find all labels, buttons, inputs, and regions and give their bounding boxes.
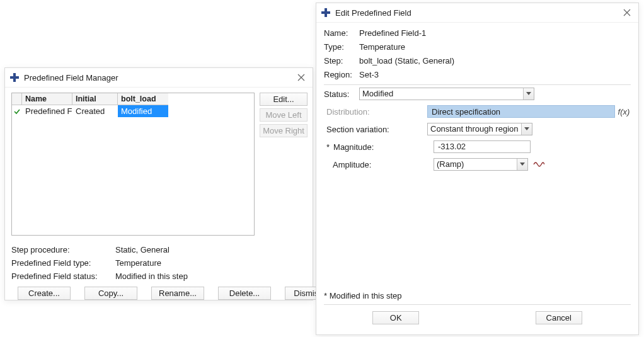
- predefined-field-manager-dialog: Predefined Field Manager Name Initial bo…: [4, 67, 313, 300]
- distribution-label: Distribution:: [324, 107, 427, 117]
- step-procedure-label: Step procedure:: [11, 243, 115, 256]
- move-right-button: Move Right: [260, 124, 308, 137]
- field-type-value: Temperature: [115, 256, 161, 270]
- cancel-button[interactable]: Cancel: [536, 311, 582, 324]
- svg-rect-3: [325, 8, 327, 17]
- chevron-down-icon: [521, 123, 532, 135]
- amplitude-combo[interactable]: (Ramp): [434, 158, 528, 171]
- name-label: Name:: [324, 26, 359, 40]
- field-status-value: Modified in this step: [115, 270, 188, 283]
- svg-rect-1: [13, 73, 16, 82]
- table-header-name[interactable]: Name: [22, 93, 72, 105]
- manager-side-buttons: Edit... Move Left Move Right: [260, 93, 306, 236]
- region-value: Set-3: [359, 68, 379, 82]
- close-icon: [623, 9, 631, 16]
- manager-footer: Create... Copy... Rename... Delete... Di…: [5, 283, 313, 306]
- field-status-label: Predefined Field status:: [11, 270, 115, 283]
- ok-button[interactable]: OK: [372, 311, 419, 324]
- editor-close-button[interactable]: [621, 6, 633, 19]
- name-value: Predefined Field-1: [359, 26, 426, 40]
- step-label: Step:: [324, 54, 359, 68]
- table-header-tick: [12, 93, 22, 105]
- region-label: Region:: [324, 68, 359, 82]
- delete-button[interactable]: Delete...: [218, 287, 271, 300]
- editor-title: Edit Predefined Field: [335, 8, 621, 18]
- status-value: Modified: [360, 88, 523, 100]
- fields-table[interactable]: Name Initial bolt_load Predefined Fi Cre…: [11, 93, 255, 236]
- row-active-check: [12, 105, 22, 117]
- abaqus-icon: [321, 8, 330, 17]
- amplitude-curve-icon[interactable]: [533, 160, 547, 169]
- magnitude-input[interactable]: -313.02: [434, 140, 531, 153]
- close-icon: [297, 74, 305, 81]
- fx-icon[interactable]: f(x): [617, 107, 631, 117]
- amplitude-value: (Ramp): [434, 159, 517, 170]
- row-initial: Created: [72, 105, 118, 117]
- type-label: Type:: [324, 40, 359, 54]
- copy-button[interactable]: Copy...: [84, 287, 137, 300]
- status-label: Status:: [324, 89, 355, 99]
- create-button[interactable]: Create...: [18, 287, 71, 300]
- section-variation-combo[interactable]: Constant through region: [427, 123, 532, 135]
- table-header-bolt-load[interactable]: bolt_load: [118, 93, 168, 105]
- edit-predefined-field-dialog: Edit Predefined Field Name:Predefined Fi…: [316, 3, 639, 335]
- table-row[interactable]: Predefined Fi Created Modified: [12, 105, 254, 117]
- rename-button[interactable]: Rename...: [151, 287, 204, 300]
- row-bolt-load: Modified: [118, 105, 168, 117]
- type-value: Temperature: [359, 40, 405, 54]
- manager-titlebar[interactable]: Predefined Field Manager: [5, 68, 313, 88]
- table-header-row: Name Initial bolt_load: [12, 93, 254, 105]
- field-type-label: Predefined Field type:: [11, 256, 115, 270]
- row-name: Predefined Fi: [22, 105, 72, 117]
- manager-info: Step procedure: Static, General Predefin…: [5, 242, 313, 283]
- abaqus-icon: [10, 73, 19, 82]
- modified-note: * Modified in this step: [324, 288, 631, 305]
- chevron-down-icon: [517, 159, 527, 170]
- edit-button[interactable]: Edit...: [260, 93, 308, 106]
- chevron-down-icon: [523, 88, 534, 100]
- step-value: bolt_load (Static, General): [359, 54, 454, 68]
- manager-title: Predefined Field Manager: [24, 73, 295, 83]
- section-variation-value: Constant through region: [428, 123, 521, 135]
- amplitude-label: Amplitude:: [324, 160, 434, 169]
- editor-buttons: OK Cancel: [324, 305, 631, 332]
- status-combo[interactable]: Modified: [359, 88, 534, 100]
- editor-titlebar[interactable]: Edit Predefined Field: [316, 3, 638, 23]
- magnitude-label: *Magnitude:: [324, 142, 434, 152]
- check-icon: [13, 108, 21, 115]
- table-header-initial[interactable]: Initial: [72, 93, 118, 105]
- step-procedure-value: Static, General: [115, 243, 170, 256]
- move-left-button: Move Left: [260, 108, 308, 122]
- manager-close-button[interactable]: [295, 71, 308, 84]
- distribution-value: Direct specification: [427, 105, 615, 118]
- section-variation-label: Section variation:: [324, 125, 427, 134]
